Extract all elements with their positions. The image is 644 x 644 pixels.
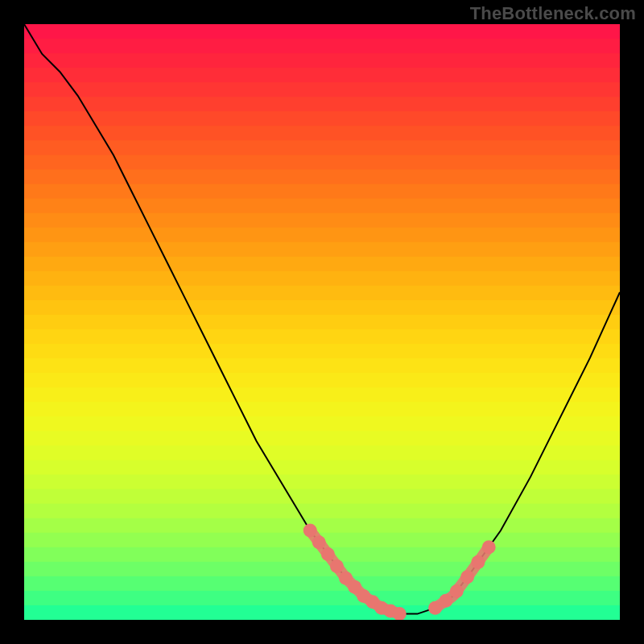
gradient-band — [24, 605, 620, 620]
gradient-band — [24, 460, 620, 475]
plot-area — [24, 24, 620, 620]
chart-svg — [24, 24, 620, 620]
highlight-dot — [312, 535, 326, 549]
gradient-band — [24, 402, 620, 417]
gradient-band — [24, 126, 620, 141]
gradient-band — [24, 199, 620, 214]
highlight-dot — [439, 594, 452, 608]
highlight-dot — [330, 559, 344, 573]
highlight-dot — [303, 524, 317, 538]
gradient-band — [24, 97, 620, 112]
gradient-band — [24, 445, 620, 460]
gradient-band — [24, 504, 620, 519]
gradient-band — [24, 562, 620, 577]
gradient-band — [24, 228, 620, 243]
gradient-band — [24, 140, 620, 155]
gradient-band — [24, 489, 620, 505]
highlight-dot — [321, 547, 335, 561]
gradient-band — [24, 416, 620, 431]
gradient-band — [24, 576, 620, 592]
watermark-text: TheBottleneck.com — [470, 3, 636, 24]
gradient-band — [24, 169, 620, 184]
gradient-band — [24, 242, 620, 258]
gradient-band — [24, 591, 620, 606]
gradient-band — [24, 257, 620, 272]
gradient-band — [24, 315, 620, 330]
gradient-band — [24, 213, 620, 229]
gradient-band — [24, 53, 620, 68]
gradient-band — [24, 82, 620, 97]
gradient-band — [24, 286, 620, 301]
gradient-band — [24, 68, 620, 83]
gradient-band — [24, 373, 620, 388]
gradient-band — [24, 518, 620, 534]
gradient-band — [24, 358, 620, 374]
gradient-band — [24, 155, 620, 170]
highlight-dot — [450, 584, 464, 598]
highlight-dot — [471, 555, 485, 569]
gradient-band — [24, 271, 620, 287]
gradient-band — [24, 300, 620, 316]
highlight-dot — [482, 540, 496, 554]
gradient-band — [24, 24, 620, 39]
highlight-dot — [460, 570, 474, 584]
gradient-band — [24, 111, 620, 126]
gradient-band — [24, 431, 620, 446]
gradient-band — [24, 39, 620, 54]
gradient-band — [24, 184, 620, 200]
gradient-band — [24, 329, 620, 345]
gradient-band — [24, 344, 620, 359]
chart-frame: TheBottleneck.com — [0, 0, 644, 644]
gradient-band — [24, 387, 620, 402]
